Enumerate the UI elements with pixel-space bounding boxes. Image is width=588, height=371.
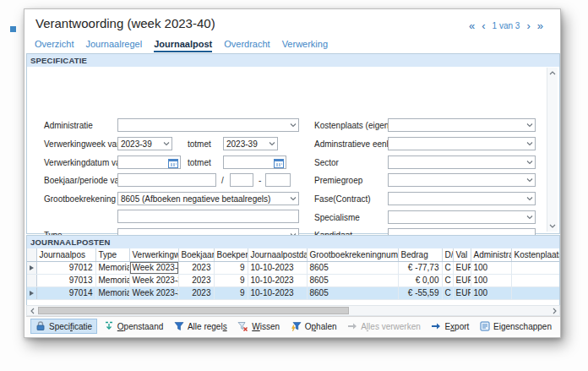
table-row[interactable]: 97012 Memoriaal Week 2023-39 2023 9 10-1… [27,261,559,274]
cell-valuta[interactable]: EUR [453,274,471,286]
col-valuta[interactable]: Val [453,248,471,261]
premiegroep-combo[interactable] [388,173,536,187]
cell-journaalpostdatum[interactable]: 10-10-2023 [248,286,307,299]
grootboekrekening-extra-field[interactable] [117,210,299,223]
cell-journaalpost[interactable]: 97014 [36,286,95,299]
chevron-down-icon [290,123,297,128]
horizontal-scrollbar[interactable] [26,305,560,316]
alle-regels-button[interactable]: Alle regels [170,319,231,333]
chevron-down-icon [290,197,297,201]
cell-dc[interactable]: C [442,274,453,286]
cell-verwerkingweek[interactable]: Week 2023-39 [129,261,178,274]
cell-boekjaar[interactable]: 2023 [178,286,214,299]
verwerkingweek-from-combo[interactable]: 2023-39 [117,137,172,150]
periode-from-field[interactable] [230,173,253,187]
col-kostenplaats[interactable]: Kostenplaats [511,248,559,261]
cell-boekperiode[interactable]: 9 [214,261,248,274]
verwerkingdatum-from-field[interactable] [117,155,181,169]
bottom-toolbar: Specificatie Openstaand Alle regels Wiss… [26,316,560,336]
cell-journaalpostdatum[interactable]: 10-10-2023 [248,261,307,274]
cell-administratie[interactable]: 100 [471,261,511,274]
col-dc[interactable]: D/ [442,248,453,261]
col-journaalpost[interactable]: Journaalpos [36,248,95,261]
openstaand-button[interactable]: Openstaand [100,319,168,333]
cell-verwerkingweek[interactable]: Week 2023-39 [129,286,178,299]
next-page-icon[interactable]: › [526,22,530,30]
export-button[interactable]: Export [427,320,473,333]
tab-verwerking[interactable]: Verwerking [282,39,328,52]
scroll-down-icon[interactable] [547,221,558,232]
col-bedrag[interactable]: Bedrag [398,248,442,261]
cell-dc[interactable]: C [442,286,453,299]
cell-kostenplaats[interactable] [511,261,559,274]
tab-overzicht[interactable]: Overzicht [35,39,74,52]
prev-page-icon[interactable]: ‹ [482,22,485,30]
cell-journaalpost[interactable]: 97012 [36,261,95,274]
col-type[interactable]: Type [95,248,129,261]
cell-valuta[interactable]: EUR [453,261,471,274]
administratie-combo[interactable] [117,118,299,132]
cell-boekperiode[interactable]: 9 [214,274,248,286]
cell-type[interactable]: Memoriaal [95,274,129,286]
calendar-icon[interactable] [168,158,178,168]
last-page-icon[interactable]: » [537,22,543,30]
kostenplaats-combo[interactable] [388,118,536,132]
scrollbar-thumb[interactable] [38,307,349,314]
vertical-scrollbar[interactable] [547,68,558,232]
col-grootboekrekeningnummer[interactable]: Grootboekrekeningnummer [307,248,398,261]
ophalen-button[interactable]: Ophalen [286,319,341,333]
fase-contract-label: Fase(Contract) [314,194,371,204]
journaalposten-header: JOURNAALPOSTEN [27,236,559,248]
eigenschappen-button[interactable]: Eigenschappen [476,319,556,333]
cell-journaalpostdatum[interactable]: 10-10-2023 [248,274,307,286]
table-row[interactable]: 97013 Memoriaal Week 2023-39 2023 9 10-1… [27,274,559,286]
cell-bedrag[interactable]: € -77,73 [398,261,442,274]
cell-bedrag[interactable]: € -55,59 [398,286,442,299]
first-page-icon[interactable]: « [469,22,475,30]
cell-dc[interactable]: C [442,261,453,274]
scroll-up-icon[interactable] [547,68,558,79]
wissen-button[interactable]: Wissen [233,319,284,333]
cell-boekjaar[interactable]: 2023 [178,261,214,274]
fase-contract-combo[interactable] [388,192,536,205]
scroll-right-icon[interactable] [549,306,559,315]
calendar-icon[interactable] [274,158,284,168]
cell-boekperiode[interactable]: 9 [214,286,248,299]
cell-journaalpost[interactable]: 97013 [36,274,95,286]
col-boekperiode[interactable]: Boekperiode [214,248,248,261]
col-journaalpostdatum[interactable]: Journaalpostdatum [248,248,307,261]
specificatie-button[interactable]: Specificatie [30,319,97,334]
boekjaar-field[interactable] [117,173,216,187]
sector-combo[interactable] [388,155,536,169]
col-administratie[interactable]: Administratie [471,248,511,261]
cell-grootboekrekeningnummer[interactable]: 8605 [307,261,398,274]
cell-type[interactable]: Memoriaal [95,286,129,299]
tab-bar: Overzicht Journaalregel Journaalpost Ove… [35,39,328,52]
verwerkingdatum-label: Verwerkingdatum van [44,158,125,167]
cell-boekjaar[interactable]: 2023 [178,274,214,286]
cell-valuta[interactable]: EUR [453,286,471,299]
table-row-selected[interactable]: 97014 Memoriaal Week 2023-39 2023 9 10-1… [27,286,559,299]
periode-to-field[interactable] [265,173,291,187]
verwerkingdatum-to-field[interactable] [223,155,286,169]
cell-administratie[interactable]: 100 [471,286,511,299]
cell-type[interactable]: Memoriaal [95,261,129,274]
app-window: Verantwoording (week 2023-40) « ‹ 1 van … [24,8,561,338]
verwerkingweek-to-combo[interactable]: 2023-39 [223,137,278,150]
adminstratieve-eenheid-combo[interactable] [388,137,536,150]
col-verwerkingweek[interactable]: Verwerkingweek [129,248,178,261]
cell-verwerkingweek[interactable]: Week 2023-39 [129,274,178,286]
col-boekjaar[interactable]: Boekjaar [178,248,214,261]
cell-kostenplaats[interactable] [511,286,559,299]
cell-kostenplaats[interactable] [511,274,559,286]
cell-grootboekrekeningnummer[interactable]: 8605 [307,274,398,286]
cell-bedrag[interactable]: € 0,00 [398,274,442,286]
scroll-left-icon[interactable] [27,306,37,315]
grootboekrekening-combo[interactable]: 8605 (Afboeken negatieve betaalregels) [117,192,299,205]
specialisme-combo[interactable] [388,210,536,224]
cell-administratie[interactable]: 100 [471,274,511,286]
tab-journaalpost[interactable]: Journaalpost [154,39,212,52]
tab-journaalregel[interactable]: Journaalregel [85,39,142,52]
cell-grootboekrekeningnummer[interactable]: 8605 [307,286,398,299]
tab-overdracht[interactable]: Overdracht [224,39,270,52]
